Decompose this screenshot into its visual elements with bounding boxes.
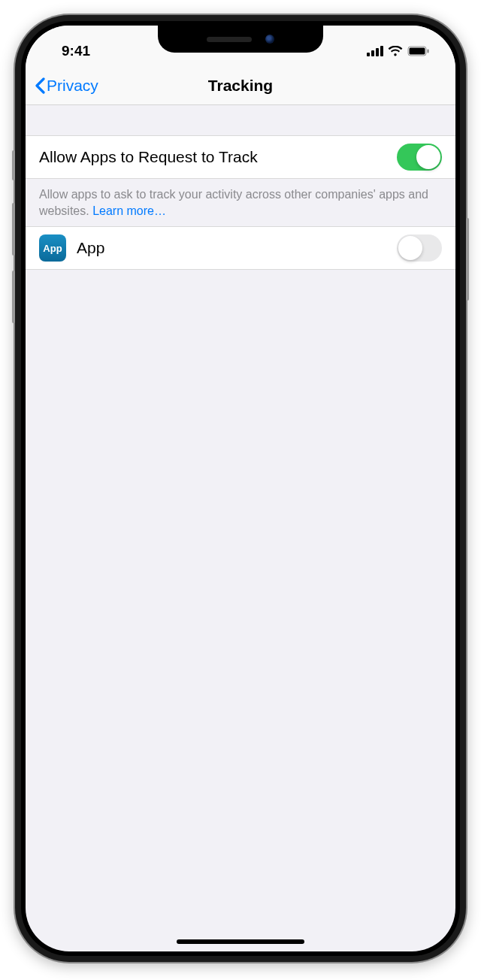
content-area: Allow Apps to Request to Track Allow app… [26, 105, 455, 270]
toggle-knob [416, 145, 440, 169]
navigation-bar: Privacy Tracking [26, 66, 455, 105]
allow-tracking-toggle[interactable] [397, 144, 442, 171]
wifi-icon [388, 46, 403, 56]
volume-down-button [12, 271, 15, 323]
svg-rect-6 [428, 50, 429, 53]
svg-rect-5 [410, 48, 425, 55]
app-icon: App [39, 234, 66, 262]
app-row: App App [26, 226, 455, 270]
learn-more-link[interactable]: Learn more… [92, 204, 166, 217]
home-indicator[interactable] [177, 939, 304, 944]
chevron-left-icon [35, 77, 45, 94]
power-button [466, 218, 469, 301]
page-title: Tracking [208, 77, 273, 95]
speaker-grille [207, 37, 252, 42]
device-frame: 9:41 [15, 15, 466, 962]
app-name-label: App [77, 239, 104, 257]
allow-tracking-row: Allow Apps to Request to Track [26, 135, 455, 179]
back-label: Privacy [47, 77, 98, 95]
notch [158, 26, 323, 53]
svg-rect-2 [376, 48, 379, 56]
screen: 9:41 [26, 26, 455, 951]
battery-icon [407, 46, 430, 56]
svg-rect-3 [380, 46, 383, 56]
svg-rect-1 [371, 50, 374, 56]
status-time: 9:41 [62, 43, 90, 59]
svg-rect-0 [367, 53, 370, 56]
silent-switch [12, 150, 15, 180]
app-tracking-toggle[interactable] [397, 234, 442, 262]
allow-tracking-label: Allow Apps to Request to Track [39, 148, 258, 166]
status-icons [367, 46, 430, 56]
toggle-knob [398, 236, 422, 260]
allow-tracking-footer: Allow apps to ask to track your activity… [26, 179, 455, 226]
front-camera [265, 35, 274, 44]
cellular-icon [367, 46, 383, 56]
back-button[interactable]: Privacy [35, 77, 98, 95]
volume-up-button [12, 203, 15, 256]
